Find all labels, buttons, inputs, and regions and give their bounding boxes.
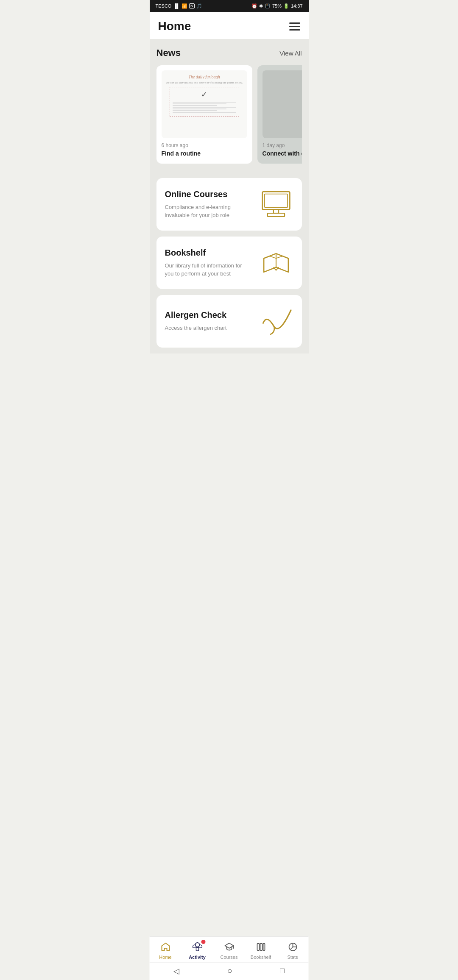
bookshelf-text: Bookshelf Our library full of informatio… <box>165 248 250 277</box>
news-title: News <box>156 47 181 58</box>
df-line <box>173 105 217 106</box>
online-courses-title: Online Courses <box>165 189 250 199</box>
news-card-1-image: The daily furlough We can all stay healt… <box>162 70 247 138</box>
header: Home <box>150 12 309 39</box>
battery-label: 75% <box>272 3 282 8</box>
online-courses-text: Online Courses Compliance and e-learning… <box>165 189 250 219</box>
wifi-icon: 📶 <box>182 3 187 9</box>
page-title: Home <box>158 19 191 33</box>
bluetooth-icon: ✱ <box>259 3 263 9</box>
df-line <box>173 112 236 113</box>
news-header: News View All <box>156 47 302 58</box>
view-all-button[interactable]: View All <box>279 50 302 57</box>
df-line <box>173 102 236 103</box>
online-courses-card[interactable]: Online Courses Compliance and e-learning… <box>156 178 302 231</box>
news-card-2-time: 1 day ago <box>263 142 302 148</box>
carrier-label: TESCO <box>156 3 172 8</box>
news-cards-container: The daily furlough We can all stay healt… <box>156 65 302 165</box>
bookshelf-title: Bookshelf <box>165 248 250 258</box>
signal-icon: ▐▌ <box>173 3 180 8</box>
content-area: News View All The daily furlough We can … <box>150 39 309 387</box>
allergen-check-icon <box>257 304 295 338</box>
status-bar: TESCO ▐▌ 📶 N 🎵 ⏰ ✱ 📳 75% 🔋 14:37 <box>150 0 309 12</box>
computer-icon <box>257 187 295 221</box>
allergen-check-text: Allergen Check Access the allergen chart <box>165 310 227 332</box>
news-card-1-time: 6 hours ago <box>162 142 247 148</box>
spotify-icon: 🎵 <box>196 3 202 9</box>
df-check-symbol: ✓ <box>201 90 207 99</box>
df-title: The daily furlough <box>188 75 220 79</box>
menu-line-2 <box>289 26 300 27</box>
status-left: TESCO ▐▌ 📶 N 🎵 <box>156 3 202 9</box>
news-card-2-image <box>263 70 302 138</box>
online-courses-desc: Compliance and e-learning invaluable for… <box>165 203 250 219</box>
menu-button[interactable] <box>289 22 300 31</box>
allergen-check-card[interactable]: Allergen Check Access the allergen chart <box>156 295 302 348</box>
book-icon <box>257 246 295 280</box>
allergen-check-desc: Access the allergen chart <box>165 324 227 332</box>
menu-line-3 <box>289 29 300 31</box>
df-lines <box>173 101 236 114</box>
vibrate-icon: 📳 <box>265 3 271 9</box>
news-card-1-title: Find a routine <box>162 150 247 157</box>
daily-furlough-content: The daily furlough We can all stay healt… <box>162 70 247 138</box>
bookshelf-desc: Our library full of information for you … <box>165 262 250 277</box>
svg-rect-1 <box>264 194 287 208</box>
svg-rect-3 <box>267 213 284 217</box>
feature-cards-section: Online Courses Compliance and e-learning… <box>150 172 309 354</box>
df-line <box>173 103 226 104</box>
news-card-1[interactable]: The daily furlough We can all stay healt… <box>156 65 252 164</box>
menu-line-1 <box>289 22 300 24</box>
status-right: ⏰ ✱ 📳 75% 🔋 14:37 <box>251 3 303 9</box>
battery-icon: 🔋 <box>283 3 289 9</box>
df-line <box>173 109 226 109</box>
news-card-2-title: Connect with o <box>263 150 302 157</box>
nfc-icon: N <box>189 3 195 8</box>
df-line <box>173 110 217 111</box>
bookshelf-card[interactable]: Bookshelf Our library full of informatio… <box>156 237 302 289</box>
time-label: 14:37 <box>291 3 303 8</box>
df-line <box>173 107 236 108</box>
news-section: News View All The daily furlough We can … <box>150 39 309 172</box>
alarm-icon: ⏰ <box>251 3 257 9</box>
df-subtitle: We can all stay healthy and active by fo… <box>166 81 243 84</box>
allergen-check-title: Allergen Check <box>165 310 227 320</box>
df-checklist: ✓ <box>170 87 239 117</box>
svg-rect-0 <box>262 192 290 209</box>
news-card-2[interactable]: 1 day ago Connect with o <box>257 65 302 164</box>
